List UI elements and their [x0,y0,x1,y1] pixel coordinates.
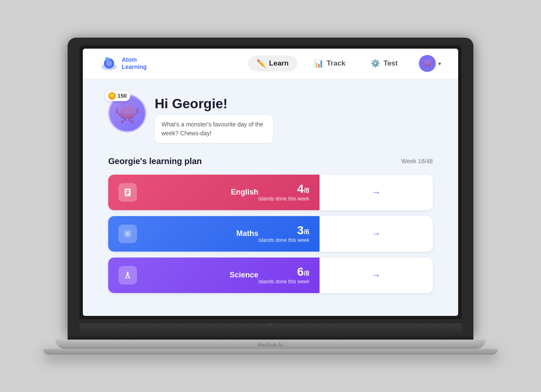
gear-icon: ⚙️ [371,59,380,68]
laptop-bezel: Atom Learning ✏️ Learn 📊 Track ⚙️ [79,45,462,319]
welcome-section: 🪙 150 👾 Hi Georgie! What's a monster's f… [108,94,433,143]
laptop-foot [43,349,497,355]
english-arrow[interactable]: → [320,175,433,210]
logo-text: Atom Learning [122,56,147,71]
coin-count: 150 [117,93,127,99]
maths-icon: ÷ [118,225,137,243]
svg-rect-5 [126,190,129,191]
subject-card-english[interactable]: English 4/8 islands done this week → [108,175,433,210]
svg-point-10 [127,276,128,278]
greeting-title: Hi Georgie! [155,96,273,112]
joke-bubble: What's a monster's favourite day of the … [155,115,273,143]
laptop-wrapper: Atom Learning ✏️ Learn 📊 Track ⚙️ [68,38,473,355]
laptop-screen-outer: Atom Learning ✏️ Learn 📊 Track ⚙️ [68,38,473,335]
tab-test[interactable]: ⚙️ Test [362,55,406,71]
english-icon [118,183,137,202]
science-arrow[interactable]: → [320,258,433,293]
user-avatar-nav[interactable]: 👾 ▾ [419,55,441,72]
svg-point-3 [105,57,109,61]
laptop-brand: MacBook Air [257,342,284,347]
monster-avatar: 👾 [419,55,436,72]
logo: Atom Learning [100,56,147,71]
english-progress: 4/8 islands done this week [258,183,309,202]
science-progress-label: islands done this week [258,279,309,285]
laptop-screen: Atom Learning ✏️ Learn 📊 Track ⚙️ [83,49,458,316]
chevron-down-icon: ▾ [438,60,441,67]
navbar: Atom Learning ✏️ Learn 📊 Track ⚙️ [83,49,458,79]
plan-header: Georgie's learning plan Week 16/48 [108,156,433,166]
english-label: English [231,188,258,197]
maths-progress-label: islands done this week [258,237,309,243]
svg-point-2 [106,60,112,66]
svg-rect-7 [126,194,128,195]
atom-logo-icon [100,56,118,71]
laptop-base: MacBook Air [55,340,486,349]
tab-track[interactable]: 📊 Track [306,55,354,71]
svg-rect-6 [126,192,129,193]
laptop-bottom: MacBook Air [68,335,473,355]
tab-learn[interactable]: ✏️ Learn [248,55,297,71]
main-content: 🪙 150 👾 Hi Georgie! What's a monster's f… [83,79,458,316]
english-progress-label: islands done this week [258,196,309,202]
english-card-colored: English 4/8 islands done this week [108,175,320,210]
welcome-text: Hi Georgie! What's a monster's favourite… [155,94,273,143]
logo-line1: Atom [122,56,147,63]
maths-label: Maths [236,229,258,238]
plan-title: Georgie's learning plan [108,156,202,166]
subject-card-science[interactable]: Science 6/8 islands done this week → [108,258,433,293]
laptop-chin [79,323,462,335]
science-icon [118,266,137,285]
subject-card-maths[interactable]: ÷ Maths 3/6 islands done this week [108,216,433,252]
joke-text: What's a monster's favourite day of the … [161,121,263,137]
chart-icon: 📊 [314,59,323,68]
science-card-colored: Science 6/8 islands done this week [108,258,320,293]
svg-text:÷: ÷ [126,230,129,237]
english-done: 4/8 [258,183,309,195]
maths-done: 3/6 [258,225,309,236]
maths-progress: 3/6 islands done this week [258,225,309,243]
logo-line2: Learning [122,63,147,71]
science-label: Science [230,271,258,280]
science-done: 6/8 [258,266,309,278]
coin-badge: 🪙 150 [105,91,130,101]
pencil-icon: ✏️ [257,59,266,68]
maths-arrow[interactable]: → [320,216,433,252]
user-avatar-container: 🪙 150 👾 [108,94,146,132]
coin-icon: 🪙 [108,92,116,100]
laptop-hinge [68,335,473,340]
science-progress: 6/8 islands done this week [258,266,309,285]
week-badge: Week 16/48 [402,158,433,164]
maths-card-colored: ÷ Maths 3/6 islands done this week [108,216,320,252]
